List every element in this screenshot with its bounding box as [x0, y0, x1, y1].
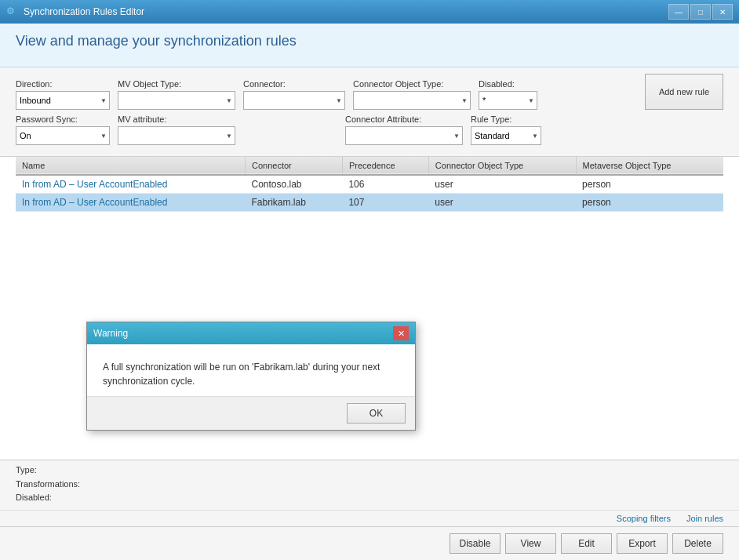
app-icon: ⚙ — [6, 5, 19, 18]
disabled-label: Disabled: — [479, 79, 537, 89]
disabled-status-label: Disabled: — [16, 493, 52, 502]
col-name: Name — [16, 157, 245, 175]
col-precedence: Precedence — [342, 157, 428, 175]
filter-row-1: Direction: Inbound MV Object Type: Conne… — [16, 74, 723, 110]
row-name-link[interactable]: In from AD – User AccountEnabled — [22, 197, 167, 208]
connector-attribute-label: Connector Attribute: — [345, 115, 463, 124]
connector-attribute-group: Connector Attribute: — [345, 115, 463, 145]
header-area: View and manage your synchronization rul… — [0, 24, 739, 67]
connector-attribute-select-wrapper — [345, 126, 463, 145]
dialog-message: A full synchronization will be run on 'F… — [103, 360, 399, 388]
add-rule-button[interactable]: Add new rule — [645, 74, 723, 110]
join-rules-link[interactable]: Join rules — [686, 514, 723, 523]
row-connector-object-type: user — [428, 194, 576, 212]
dialog-title: Warning — [93, 328, 128, 339]
mv-object-type-select-wrapper — [118, 91, 235, 110]
mv-attribute-select-wrapper — [118, 126, 235, 145]
dialog-body: A full synchronization will be run on 'F… — [87, 344, 415, 396]
direction-label: Direction: — [16, 79, 110, 89]
transformations-status: Transformations: — [16, 478, 723, 492]
table-body: In from AD – User AccountEnabled Contoso… — [16, 175, 723, 212]
warning-dialog: Warning ✕ A full synchronization will be… — [86, 322, 416, 431]
connector-label: Connector: — [243, 79, 345, 89]
dialog-footer: OK — [87, 396, 415, 430]
title-bar-left: ⚙ Synchronization Rules Editor — [6, 5, 144, 18]
header-row: Name Connector Precedence Connector Obje… — [16, 157, 723, 175]
disabled-group: Disabled: * — [479, 79, 537, 110]
rule-type-group: Rule Type: Standard — [471, 115, 541, 145]
disabled-status: Disabled: — [16, 491, 723, 505]
mv-attribute-select[interactable] — [118, 126, 235, 145]
disabled-select-wrapper: * — [479, 91, 537, 110]
row-name: In from AD – User AccountEnabled — [16, 194, 245, 212]
connector-object-type-select-wrapper — [353, 91, 471, 110]
row-metaverse-object-type: person — [576, 175, 723, 194]
delete-button[interactable]: Delete — [672, 533, 723, 554]
dialog-titlebar: Warning ✕ — [87, 322, 415, 344]
row-name: In from AD – User AccountEnabled — [16, 175, 245, 194]
title-bar: ⚙ Synchronization Rules Editor — □ ✕ — [0, 0, 739, 24]
dialog-ok-button[interactable]: OK — [347, 403, 406, 424]
password-sync-select-wrapper: On — [16, 126, 110, 145]
password-sync-label: Password Sync: — [16, 115, 110, 124]
mv-object-type-select[interactable] — [118, 91, 235, 110]
table-header: Name Connector Precedence Connector Obje… — [16, 157, 723, 175]
connector-select-wrapper — [243, 91, 345, 110]
row-precedence: 106 — [342, 175, 428, 194]
export-button[interactable]: Export — [617, 533, 668, 554]
row-precedence: 107 — [342, 194, 428, 212]
disable-button[interactable]: Disable — [450, 533, 501, 554]
connector-group: Connector: — [243, 79, 345, 110]
status-area: Type: Transformations: Disabled: — [0, 460, 739, 510]
minimize-button[interactable]: — — [668, 4, 689, 20]
mv-attribute-label: MV attribute: — [118, 115, 235, 124]
direction-select[interactable]: Inbound — [16, 91, 110, 110]
direction-group: Direction: Inbound — [16, 79, 110, 110]
col-metaverse-object-type: Metaverse Object Type — [576, 157, 723, 175]
table-row[interactable]: In from AD – User AccountEnabled Contoso… — [16, 175, 723, 194]
type-label: Type: — [16, 465, 37, 475]
filter-area: Direction: Inbound MV Object Type: Conne… — [0, 67, 739, 157]
row-name-link[interactable]: In from AD – User AccountEnabled — [22, 179, 167, 190]
connector-attribute-select[interactable] — [345, 126, 463, 145]
col-connector-object-type: Connector Object Type — [428, 157, 576, 175]
maximize-button[interactable]: □ — [690, 4, 711, 20]
title-bar-controls: — □ ✕ — [668, 4, 733, 20]
main-content: View and manage your synchronization rul… — [0, 24, 739, 560]
mv-object-type-label: MV Object Type: — [118, 79, 235, 89]
connector-object-type-select[interactable] — [353, 91, 471, 110]
row-connector: Contoso.lab — [245, 175, 342, 194]
connector-select[interactable] — [243, 91, 345, 110]
close-button[interactable]: ✕ — [712, 4, 733, 20]
window-title: Synchronization Rules Editor — [24, 6, 144, 17]
table-row[interactable]: In from AD – User AccountEnabled Fabrika… — [16, 194, 723, 212]
filter-row-2: Password Sync: On MV attribute: Connecto… — [16, 115, 723, 145]
rule-type-select[interactable]: Standard — [471, 126, 541, 145]
disabled-select[interactable]: * — [479, 91, 537, 110]
password-sync-group: Password Sync: On — [16, 115, 110, 145]
dialog-close-button[interactable]: ✕ — [393, 326, 409, 340]
edit-button[interactable]: Edit — [561, 533, 612, 554]
action-bar: Disable View Edit Export Delete — [0, 526, 739, 560]
scoping-filters-link[interactable]: Scoping filters — [617, 514, 671, 523]
connector-object-type-group: Connector Object Type: — [353, 79, 471, 110]
password-sync-select[interactable]: On — [16, 126, 110, 145]
rule-type-label: Rule Type: — [471, 115, 541, 124]
mv-attribute-group: MV attribute: — [118, 115, 235, 145]
mv-object-type-group: MV Object Type: — [118, 79, 235, 110]
view-button[interactable]: View — [505, 533, 556, 554]
col-connector: Connector — [245, 157, 342, 175]
page-title: View and manage your synchronization rul… — [16, 33, 723, 49]
connector-object-type-label: Connector Object Type: — [353, 79, 471, 89]
row-metaverse-object-type: person — [576, 194, 723, 212]
rules-table: Name Connector Precedence Connector Obje… — [16, 157, 723, 212]
row-connector: Fabrikam.lab — [245, 194, 342, 212]
direction-select-wrapper: Inbound — [16, 91, 110, 110]
row-connector-object-type: user — [428, 175, 576, 194]
bottom-nav: Scoping filters Join rules — [0, 510, 739, 526]
transformations-label: Transformations: — [16, 479, 80, 489]
type-status: Type: — [16, 464, 723, 478]
rule-type-select-wrapper: Standard — [471, 126, 541, 145]
